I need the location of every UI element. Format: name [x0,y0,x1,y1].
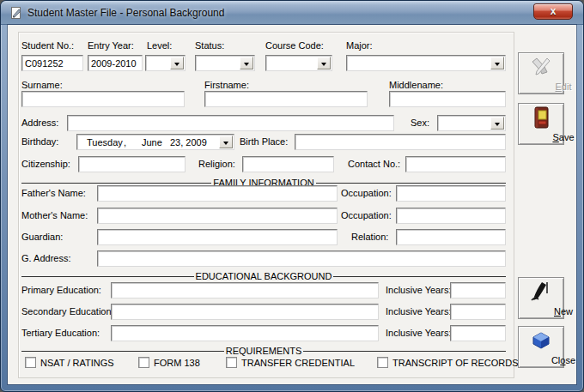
birthday-separator: , [124,137,126,148]
level-label: Level: [147,40,172,51]
transfer-credential-label: TRANSFER CREDENTIAL [241,358,355,368]
new-button-label: New [541,306,584,317]
major-dropdown-arrow-icon[interactable] [490,57,504,69]
educational-background-divider: EDUCATIONAL BACKGROUND [21,271,506,281]
nsat-ratings-label: NSAT / RATINGS [40,358,114,368]
birthday-picker[interactable]: Tuesday , June 23, 2009 [76,134,234,150]
secondary-education-label: Secondary Education: [21,306,114,317]
course-code-label: Course Code: [265,40,324,51]
birthday-label: Birthday: [21,136,58,147]
surname-label: Surname: [21,80,63,90]
birth-place-input[interactable] [295,134,506,150]
close-blue-box-icon [530,329,552,355]
religion-input[interactable] [242,156,334,172]
level-select[interactable] [145,55,186,71]
firstname-label: Firstname: [204,80,249,90]
save-button-label: Save [541,132,584,142]
major-select[interactable] [346,55,506,71]
student-master-file-window: Student Master File - Personal Backgroun… [0,0,584,392]
level-dropdown-arrow-icon[interactable] [170,57,184,69]
document-pen-icon [9,6,23,20]
status-label: Status: [195,40,224,51]
entry-year-label: Entry Year: [88,40,134,51]
tertiary-education-input[interactable] [111,325,379,341]
transcript-of-records-label: TRANSCRIPT OF RECORDS [392,358,518,368]
title-bar[interactable]: Student Master File - Personal Backgroun… [1,1,583,25]
secondary-inclusive-years-label: Inclusive Years: [386,306,451,317]
edit-pencil-icon [530,56,552,81]
guardian-label: Guardian: [21,232,63,242]
relation-input[interactable] [396,229,506,245]
course-code-select[interactable] [265,55,332,71]
secondary-inclusive-years-input[interactable] [450,304,506,320]
form-138-label: FORM 138 [154,358,200,368]
g-address-input[interactable] [97,250,506,267]
birthday-dropdown-arrow-icon[interactable] [219,136,233,148]
edit-button-label: Edit [541,81,584,92]
student-no-input[interactable] [21,55,83,71]
secondary-education-input[interactable] [111,304,379,320]
birthday-weekday: Tuesday [87,137,123,148]
transfer-credential-checkbox[interactable] [226,357,237,368]
primary-education-label: Primary Education: [21,285,101,295]
edit-button[interactable]: Edit [518,52,564,94]
primary-education-input[interactable] [111,282,379,299]
save-button[interactable]: Save [518,103,564,145]
relation-label: Relation: [351,232,388,242]
mothers-name-label: Mother's Name: [21,210,88,220]
sex-select[interactable] [437,115,506,131]
sex-label: Sex: [411,118,429,128]
sex-dropdown-arrow-icon[interactable] [490,117,504,130]
status-dropdown-arrow-icon[interactable] [240,57,253,69]
middlename-input[interactable] [389,91,506,107]
major-label: Major: [346,40,373,51]
window-close-button[interactable]: x [533,3,573,20]
save-disk-icon [532,106,551,132]
educational-background-title: EDUCATIONAL BACKGROUND [194,271,334,281]
requirements-divider: REQUIREMENTS [21,346,506,356]
tertiary-inclusive-years-label: Inclusive Years: [386,328,451,338]
g-address-label: G. Address: [21,253,70,263]
father-occupation-input[interactable] [396,185,506,202]
fathers-name-label: Father's Name: [21,188,86,198]
mothers-name-input[interactable] [97,208,338,224]
birthday-day-year: 23, 2009 [170,137,207,148]
address-label: Address: [21,118,58,128]
tertiary-education-label: Tertiary Education: [21,328,100,338]
surname-input[interactable] [21,91,185,107]
new-button[interactable]: New [518,277,564,319]
student-no-label: Student No.: [21,40,74,51]
new-pen-icon [530,280,552,306]
mother-occupation-label: Occupation: [341,210,392,220]
nsat-ratings-checkbox[interactable] [25,357,36,368]
guardian-input[interactable] [97,229,338,245]
tertiary-inclusive-years-input[interactable] [450,325,506,341]
requirements-title: REQUIREMENTS [224,346,304,356]
middlename-label: Middlename: [389,80,443,90]
window-title: Student Master File - Personal Backgroun… [27,7,224,19]
course-code-dropdown-arrow-icon[interactable] [317,57,331,69]
father-occupation-label: Occupation: [341,188,392,198]
contact-no-label: Contact No.: [348,159,400,169]
form-138-checkbox[interactable] [138,357,149,368]
birth-place-label: Birth Place: [240,136,288,147]
contact-no-input[interactable] [405,156,506,172]
address-input[interactable] [67,115,394,131]
fathers-name-input[interactable] [97,185,338,202]
transcript-of-records-checkbox[interactable] [377,357,388,368]
primary-inclusive-years-label: Inclusive Years: [386,285,451,295]
citizenship-input[interactable] [78,156,186,172]
status-select[interactable] [195,55,255,71]
primary-inclusive-years-input[interactable] [450,282,506,299]
mother-occupation-input[interactable] [396,208,506,224]
firstname-input[interactable] [204,91,368,107]
close-button[interactable]: Close [518,326,564,368]
citizenship-label: Citizenship: [21,159,70,169]
entry-year-input[interactable] [88,55,143,71]
form-client-area: Student No.: Entry Year: Level: Status: … [8,25,576,384]
close-button-label: Close [541,355,584,365]
birthday-month: June [142,137,162,148]
religion-label: Religion: [198,159,235,169]
